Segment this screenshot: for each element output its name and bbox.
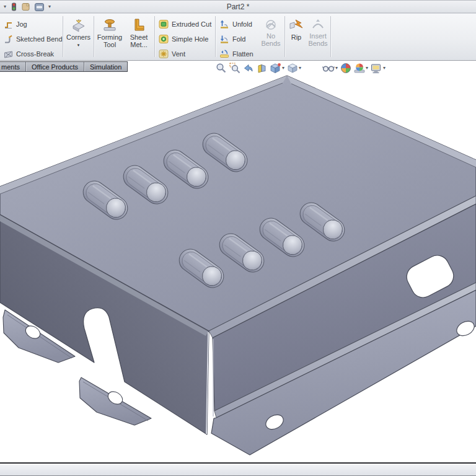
sketched-bend-icon [4, 35, 13, 44]
sheet-metal-label-2: Met... [125, 41, 153, 48]
rip-label: Rip [287, 33, 306, 41]
fold-button[interactable]: Fold [217, 32, 245, 46]
view-settings-button[interactable]: ▾ [371, 63, 386, 74]
flatten-label: Flatten [232, 50, 253, 58]
forming-tool-label-2: Tool [95, 41, 124, 48]
forming-tool-label-1: Forming [95, 33, 124, 41]
commandmanager-ribbon: Jog Sketched Bend Cross-Break [0, 13, 476, 61]
no-bends-label-1: No [258, 32, 284, 40]
simple-hole-label: Simple Hole [172, 35, 208, 43]
vent-label: Vent [172, 50, 185, 58]
unfold-icon [219, 19, 229, 29]
sheet-metal-label-1: Sheet [125, 33, 153, 41]
corners-button[interactable]: Corners ▾ [64, 15, 92, 59]
heads-up-view-toolbar: ▾ ▾ ▾ [216, 62, 386, 74]
ribbon-separator [63, 16, 63, 57]
ribbon-separator [284, 16, 285, 57]
view-orientation-icon [270, 63, 281, 74]
rip-button[interactable]: Rip [287, 15, 306, 59]
unfold-label: Unfold [232, 20, 252, 28]
unfold-button[interactable]: Unfold [217, 17, 252, 31]
hide-show-items-button[interactable]: ▾ [322, 63, 338, 73]
status-bar [0, 462, 476, 476]
commandmanager-tabs: ments Office Products Simulation [0, 61, 128, 72]
display-style-icon [287, 63, 298, 74]
corners-label: Corners [64, 33, 92, 41]
insert-bends-label-1: Insert [306, 32, 330, 40]
sketched-bend-button[interactable]: Sketched Bend [1, 32, 63, 46]
title-bar: ▾ ▾ Part2 * [0, 0, 476, 13]
apply-scene-icon [354, 63, 365, 74]
jog-icon [4, 20, 13, 29]
edit-appearance-icon [340, 63, 351, 74]
zoom-to-fit-icon [216, 63, 227, 74]
rip-icon [288, 17, 304, 33]
simple-hole-button[interactable]: Simple Hole [156, 32, 208, 46]
apply-scene-button[interactable]: ▾ [354, 63, 368, 74]
chevron-down-icon[interactable]: ▾ [299, 66, 301, 71]
hide-show-items-glasses-icon [322, 63, 335, 73]
extruded-cut-icon [159, 19, 169, 29]
simple-hole-icon [159, 34, 169, 44]
no-bends-icon [263, 17, 278, 32]
cross-break-label: Cross-Break [16, 50, 54, 58]
sheet-metal-icon [131, 17, 147, 33]
chevron-down-icon[interactable]: ▾ [335, 66, 338, 71]
no-bends-button[interactable]: No Bends [258, 15, 284, 59]
flatten-icon [219, 49, 229, 59]
forming-tool-button[interactable]: Forming Tool [95, 15, 124, 59]
ribbon-separator [94, 16, 94, 57]
extruded-cut-button[interactable]: Extruded Cut [156, 17, 211, 31]
tab-clipped[interactable]: ments [0, 62, 25, 71]
document-title: Part2 * [0, 2, 476, 11]
insert-bends-button[interactable]: Insert Bends [306, 15, 330, 59]
sketched-bend-label: Sketched Bend [16, 35, 63, 43]
previous-view-icon [243, 63, 254, 74]
insert-bends-icon [311, 17, 325, 32]
forming-tool-icon [102, 17, 118, 33]
jog-button[interactable]: Jog [1, 17, 27, 31]
vent-button[interactable]: Vent [156, 47, 185, 61]
fold-label: Fold [232, 35, 245, 43]
view-orientation-button[interactable]: ▾ [270, 63, 284, 74]
chevron-down-icon[interactable]: ▾ [383, 66, 386, 71]
view-settings-icon [371, 63, 382, 74]
no-bends-label-2: Bends [258, 40, 284, 47]
chevron-down-icon[interactable]: ▾ [64, 43, 92, 48]
chevron-down-icon[interactable]: ▾ [366, 66, 368, 71]
zoom-to-area-icon [229, 63, 240, 74]
insert-bends-label-2: Bends [306, 40, 330, 47]
ribbon-separator [215, 16, 216, 57]
section-view-icon [257, 63, 267, 74]
display-style-button[interactable]: ▾ [287, 63, 301, 74]
zoom-to-area-button[interactable] [229, 63, 240, 74]
tab-office-products[interactable]: Office Products [25, 62, 84, 71]
previous-view-button[interactable] [243, 63, 254, 74]
chevron-down-icon[interactable]: ▾ [282, 66, 284, 71]
flatten-button[interactable]: Flatten [217, 47, 253, 61]
fold-icon [219, 34, 229, 44]
vent-icon [159, 49, 169, 59]
jog-label: Jog [16, 20, 27, 28]
tab-simulation[interactable]: Simulation [84, 62, 127, 71]
sheet-metal-button[interactable]: Sheet Met... [125, 15, 153, 59]
corners-icon [71, 17, 87, 33]
section-view-button[interactable] [257, 63, 267, 74]
graphics-viewport[interactable]: ments Office Products Simulation [0, 61, 476, 462]
ribbon-separator [330, 16, 331, 57]
part-3d-model[interactable] [0, 61, 476, 462]
extruded-cut-label: Extruded Cut [172, 20, 211, 28]
edit-appearance-button[interactable] [340, 63, 351, 74]
zoom-to-fit-button[interactable] [216, 63, 227, 74]
solidworks-window: ▾ ▾ Part2 * Jog [0, 0, 476, 476]
ribbon-separator [154, 16, 155, 57]
cross-break-button[interactable]: Cross-Break [1, 47, 54, 61]
cross-break-icon [4, 50, 13, 59]
